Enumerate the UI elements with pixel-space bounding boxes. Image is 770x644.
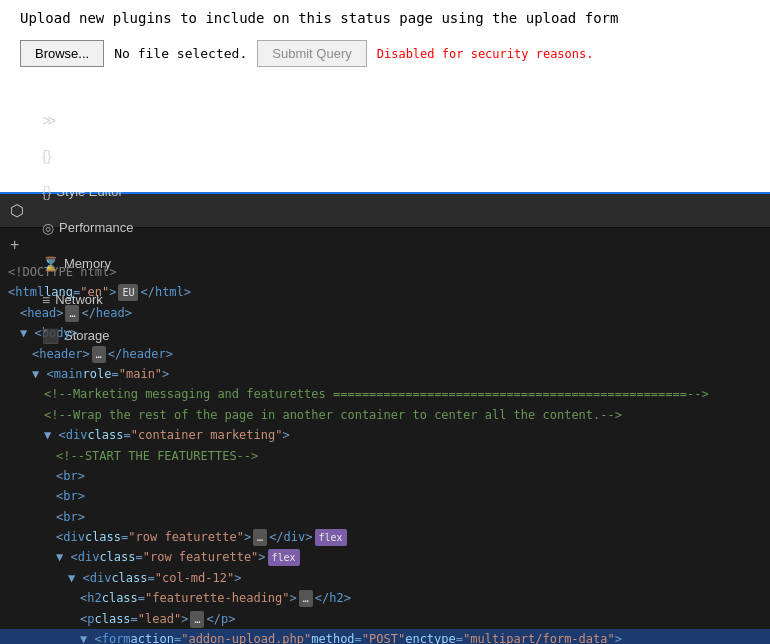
tree-line[interactable]: <br> <box>0 466 770 486</box>
tree-line[interactable]: ▼ <form action="addon-upload.php" method… <box>0 629 770 644</box>
tree-line[interactable]: <html lang="en">EU</html> <box>0 282 770 302</box>
page-title: Upload new plugins to include on this st… <box>20 10 750 26</box>
storage-icon: ⬛ <box>42 328 59 344</box>
inspector-icon: ⬡ <box>42 76 54 92</box>
submit-button[interactable]: Submit Query <box>257 40 366 67</box>
tab-performance[interactable]: ◎Performance <box>30 211 145 247</box>
page-content: Upload new plugins to include on this st… <box>0 0 770 192</box>
no-file-label: No file selected. <box>114 46 247 61</box>
inspector-toggle-button[interactable]: ⬡ <box>4 193 30 229</box>
memory-icon: ⌛ <box>42 256 59 272</box>
tree-line[interactable]: <!--START THE FEATURETTES--> <box>0 446 770 466</box>
disabled-label: Disabled for security reasons. <box>377 47 594 61</box>
tree-line[interactable]: <!--Wrap the rest of the page in another… <box>0 405 770 425</box>
tree-line[interactable]: ▼ <div class="container marketing"> <box>0 425 770 445</box>
style-editor-icon: {} <box>42 184 51 200</box>
tree-line[interactable]: <head>…</head> <box>0 303 770 323</box>
tree-line[interactable]: <div class="row featurette">…</div>flex <box>0 527 770 547</box>
tree-line[interactable]: <!DOCTYPE html> <box>0 262 770 282</box>
tree-line[interactable]: <p class="lead">…</p> <box>0 609 770 629</box>
tree-line[interactable]: <h2 class="featurette-heading">…</h2> <box>0 588 770 608</box>
tree-line[interactable]: <br> <box>0 486 770 506</box>
network-icon: ≡ <box>42 292 50 308</box>
debugger-icon: {} <box>42 148 51 164</box>
add-node-button[interactable]: + <box>6 234 23 256</box>
tree-line[interactable]: <br> <box>0 507 770 527</box>
devtools-toolbar: ⬡ ⬡Inspector≫Console{}Debugger{}Style Ed… <box>0 192 770 228</box>
html-tree: <!DOCTYPE html><html lang="en">EU</html>… <box>0 258 770 644</box>
performance-icon: ◎ <box>42 220 54 236</box>
browse-button[interactable]: Browse... <box>20 40 104 67</box>
tree-line[interactable]: ▼ <div class="row featurette">flex <box>0 547 770 567</box>
file-upload-row: Browse... No file selected. Submit Query… <box>20 40 750 67</box>
tree-line[interactable]: <header>…</header> <box>0 344 770 364</box>
tree-line[interactable]: ▼ <main role="main"> <box>0 364 770 384</box>
console-icon: ≫ <box>42 112 57 128</box>
tree-line[interactable]: ▼ <div class="col-md-12"> <box>0 568 770 588</box>
devtools-panel: + <!DOCTYPE html><html lang="en">EU</htm… <box>0 228 770 644</box>
tree-line[interactable]: <!--Marketing messaging and featurettes … <box>0 384 770 404</box>
